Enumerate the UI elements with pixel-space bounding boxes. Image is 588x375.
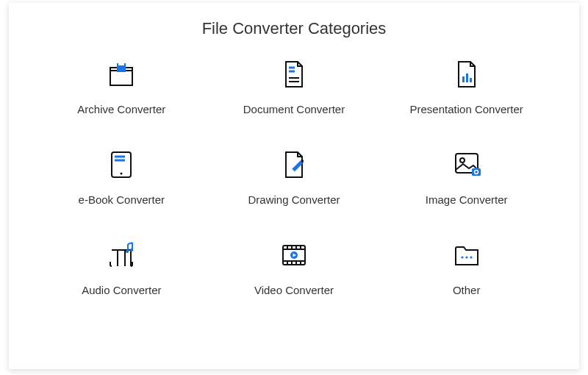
drawing-icon: [279, 149, 309, 180]
audio-icon: [106, 240, 137, 271]
category-ebook-converter[interactable]: e-Book Converter: [35, 149, 208, 206]
category-label: Image Converter: [426, 193, 508, 206]
svg-point-25: [130, 249, 133, 251]
category-label: Presentation Converter: [410, 103, 523, 115]
svg-rect-20: [475, 168, 478, 169]
document-icon: [279, 59, 309, 90]
category-label: Document Converter: [243, 103, 345, 115]
svg-rect-9: [470, 78, 472, 82]
svg-rect-0: [110, 71, 132, 85]
category-drawing-converter[interactable]: Drawing Converter: [208, 149, 381, 206]
svg-point-13: [121, 173, 123, 175]
category-archive-converter[interactable]: Archive Converter: [35, 59, 208, 115]
svg-point-17: [460, 158, 465, 162]
archive-icon: [106, 59, 137, 90]
page-title: File Converter Categories: [9, 19, 579, 38]
category-other[interactable]: Other: [380, 240, 553, 296]
category-label: Video Converter: [254, 284, 334, 296]
category-label: e-Book Converter: [79, 193, 165, 206]
category-label: Audio Converter: [82, 284, 161, 296]
category-label: Drawing Converter: [248, 193, 340, 206]
svg-rect-7: [462, 76, 465, 82]
svg-point-41: [465, 256, 467, 258]
svg-point-23: [126, 250, 129, 253]
image-icon: [451, 149, 482, 180]
svg-point-42: [470, 256, 472, 258]
category-label: Other: [453, 284, 481, 296]
presentation-icon: [451, 59, 482, 90]
category-document-converter[interactable]: Document Converter: [208, 59, 381, 115]
svg-rect-14: [292, 161, 303, 172]
category-grid: Archive Converter Document Converter: [9, 59, 579, 296]
svg-rect-18: [472, 168, 481, 176]
category-label: Archive Converter: [77, 103, 165, 115]
category-image-converter[interactable]: Image Converter: [380, 149, 553, 206]
other-icon: [451, 240, 482, 271]
category-video-converter[interactable]: Video Converter: [208, 240, 381, 296]
svg-rect-8: [466, 74, 468, 82]
video-icon: [279, 240, 309, 271]
ebook-icon: [106, 149, 137, 180]
category-presentation-converter[interactable]: Presentation Converter: [380, 59, 553, 115]
category-audio-converter[interactable]: Audio Converter: [35, 240, 208, 296]
svg-rect-2: [118, 63, 124, 65]
converter-categories-panel: File Converter Categories Archive Conver…: [9, 3, 579, 369]
svg-point-40: [461, 256, 463, 258]
